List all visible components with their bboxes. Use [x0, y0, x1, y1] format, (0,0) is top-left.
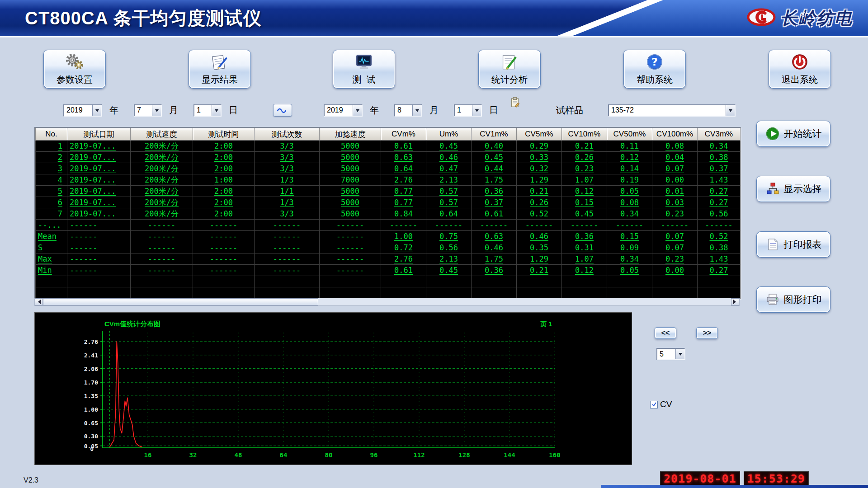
column-header-8[interactable]: CV1m% [472, 128, 517, 141]
svg-text:2.06: 2.06 [84, 366, 98, 372]
month-label: 月 [169, 104, 178, 117]
scrollbar-track[interactable] [43, 298, 731, 305]
day-label: 日 [229, 104, 238, 117]
brand-name: 长岭纺电 [780, 7, 853, 30]
table-row[interactable]: Min------------------------------0.610.4… [36, 265, 741, 276]
column-header-5[interactable]: 加捻速度 [320, 128, 381, 141]
svg-text:112: 112 [413, 451, 425, 459]
toolbar-button-label: 统计分析 [491, 74, 528, 86]
column-header-10[interactable]: CV10m% [562, 128, 607, 141]
scroll-left-button[interactable] [35, 298, 43, 305]
help-system-button[interactable]: ? 帮助系统 [623, 50, 686, 89]
app-window: CT800CA 条干均匀度测试仪 ® 长岭纺电 [0, 0, 868, 488]
column-header-4[interactable]: 测试次数 [255, 128, 320, 141]
chevron-down-icon[interactable] [212, 105, 221, 116]
bottom-frame-strip [601, 485, 868, 488]
prev-page-button[interactable]: << [655, 327, 676, 339]
column-header-7[interactable]: Um% [426, 128, 472, 141]
table-row[interactable]: 12019-07...200米/分2:003/350000.610.450.40… [36, 141, 741, 152]
svg-text:1.35: 1.35 [84, 393, 98, 399]
brand-logo: ® 长岭纺电 [747, 0, 853, 36]
display-select-button[interactable]: 显示选择 [756, 176, 830, 202]
date-range-wave-icon[interactable] [273, 104, 292, 117]
start-month-select[interactable]: 7 [134, 104, 162, 117]
side-button-label: 打印报表 [784, 238, 822, 251]
results-table: No.测试日期测试速度测试时间测试次数加捻速度CVm%Um%CV1m%CV5m%… [34, 127, 741, 300]
next-page-button[interactable]: >> [696, 327, 718, 339]
start-statistics-button[interactable]: 开始统计 [756, 121, 830, 147]
start-year-select[interactable]: 2019 [63, 104, 102, 117]
registered-mark: ® [801, 10, 806, 18]
toolbar-button-label: 显示结果 [202, 74, 238, 86]
notepad-icon [210, 52, 229, 71]
svg-text:1.00: 1.00 [84, 406, 98, 413]
toolbar-button-label: 退出系统 [782, 74, 818, 86]
clock-time: 15:53:29 [744, 471, 809, 486]
column-header-3[interactable]: 测试时间 [193, 128, 255, 141]
svg-text:96: 96 [370, 451, 378, 459]
start-day-value: 1 [194, 105, 212, 116]
chevron-down-icon[interactable] [675, 349, 684, 359]
end-day-select[interactable]: 1 [454, 104, 482, 117]
svg-text:?: ? [651, 56, 658, 68]
gears-icon [65, 52, 84, 71]
column-header-12[interactable]: CV100m% [652, 128, 698, 141]
svg-text:0.65: 0.65 [84, 420, 98, 427]
table-row[interactable]: 72019-07...200米/分2:003/350000.840.640.61… [36, 208, 741, 220]
start-year-value: 2019 [64, 105, 92, 116]
chevron-down-icon[interactable] [152, 105, 161, 116]
svg-text:0.30: 0.30 [84, 433, 98, 440]
toolbar-button-label: 帮助系统 [637, 74, 673, 86]
cv-checkbox[interactable] [650, 401, 658, 408]
svg-text:48: 48 [235, 451, 242, 459]
svg-text:0: 0 [90, 446, 94, 452]
chevron-down-icon[interactable] [412, 105, 421, 116]
chart-page-label: 页 1 [540, 320, 552, 328]
table-horizontal-scrollbar[interactable] [34, 298, 740, 306]
chevron-down-icon[interactable] [353, 105, 362, 116]
sample-select[interactable]: 135-72 [608, 104, 736, 117]
chevron-down-icon[interactable] [92, 105, 101, 116]
table-row [36, 276, 741, 287]
table-row[interactable]: 42019-07...200米/分1:001/370002.762.131.75… [36, 174, 741, 186]
print-report-button[interactable]: 打印报表 [756, 231, 830, 258]
clipboard-icon[interactable] [510, 97, 520, 110]
year-label: 年 [370, 104, 379, 117]
sample-label: 试样品 [556, 104, 583, 117]
scroll-right-button[interactable] [731, 298, 739, 305]
table-row[interactable]: --...-----------------------------------… [36, 220, 741, 231]
end-year-select[interactable]: 2019 [324, 104, 363, 117]
column-header-11[interactable]: CV50m% [607, 128, 652, 141]
table-row[interactable]: 32019-07...200米/分2:003/350000.640.470.44… [36, 163, 741, 174]
column-header-1[interactable]: 测试日期 [67, 128, 131, 141]
chevron-down-icon[interactable] [472, 105, 481, 116]
column-header-6[interactable]: CVm% [381, 128, 426, 141]
exit-system-button[interactable]: 退出系统 [769, 50, 831, 89]
params-settings-button[interactable]: 参数设置 [43, 50, 106, 89]
chevron-down-icon[interactable] [726, 105, 735, 116]
show-results-button[interactable]: 显示结果 [189, 50, 251, 89]
column-header-9[interactable]: CV5m% [517, 128, 562, 141]
table-row[interactable]: 22019-07...200米/分2:003/350000.630.460.45… [36, 152, 741, 163]
table-row[interactable]: Max------------------------------2.762.1… [36, 253, 741, 265]
end-month-select[interactable]: 8 [394, 104, 422, 117]
triangle-left-icon [36, 300, 41, 304]
scrollbar-thumb[interactable] [43, 298, 318, 305]
table-row[interactable]: Mean------------------------------1.000.… [36, 231, 741, 242]
statistics-analysis-button[interactable]: 统计分析 [478, 50, 541, 89]
column-header-13[interactable]: CV3m% [698, 128, 741, 141]
table-row[interactable]: S------------------------------0.720.560… [36, 242, 741, 253]
start-day-select[interactable]: 1 [193, 104, 222, 117]
column-header-2[interactable]: 测试速度 [131, 128, 193, 141]
monitor-icon [354, 52, 373, 71]
column-header-0[interactable]: No. [36, 128, 67, 141]
table-row[interactable]: 62019-07...200米/分2:001/350000.770.570.37… [36, 197, 741, 208]
table-row[interactable]: 52019-07...200米/分2:001/150000.770.570.36… [36, 186, 741, 197]
edit-icon [500, 52, 519, 71]
test-button[interactable]: 测 试 [333, 50, 395, 89]
results-table-body: 12019-07...200米/分2:003/350000.610.450.40… [36, 141, 741, 299]
graphic-print-button[interactable]: 图形打印 [756, 286, 830, 313]
page-size-select[interactable]: 5 [656, 348, 685, 360]
cv-option: CV [650, 399, 672, 409]
distribution-chart-svg: 1632486480961121281441602.762.412.061.70… [35, 313, 632, 465]
